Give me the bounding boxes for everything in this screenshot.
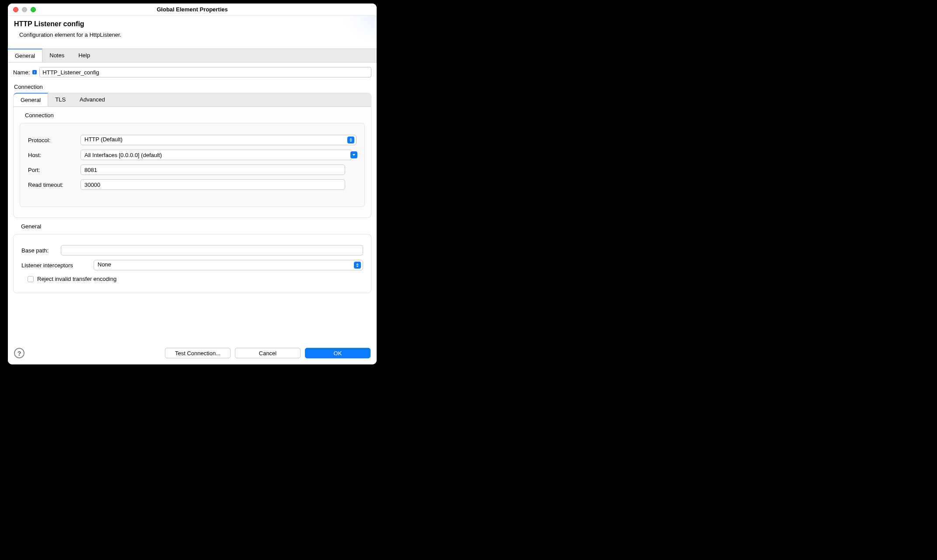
- inner-tab-general[interactable]: General: [14, 93, 48, 106]
- chevron-down-icon[interactable]: [350, 151, 357, 158]
- read-timeout-row: Read timeout:: [28, 179, 357, 190]
- ok-button[interactable]: OK: [305, 348, 371, 358]
- traffic-lights: [13, 7, 36, 12]
- main-content: Name: i Connection General TLS Advanced …: [8, 63, 377, 343]
- main-tabstrip: General Notes Help: [8, 49, 377, 63]
- host-label: Host:: [28, 152, 76, 158]
- close-icon[interactable]: [13, 7, 18, 12]
- protocol-value: HTTP (Default): [84, 136, 122, 143]
- inner-tab-advanced[interactable]: Advanced: [73, 93, 112, 106]
- name-label: Name:: [13, 69, 30, 76]
- info-icon: i: [32, 70, 37, 74]
- connection-section-head: Connection: [14, 84, 371, 90]
- listener-interceptors-label: Listener interceptors: [21, 262, 89, 269]
- host-row: Host:: [28, 150, 357, 160]
- base-path-row: Base path:: [21, 245, 363, 256]
- read-timeout-control: [80, 179, 345, 190]
- host-input[interactable]: [80, 150, 352, 160]
- port-label: Port:: [28, 167, 76, 173]
- reject-invalid-label: Reject invalid transfer encoding: [37, 276, 116, 282]
- general-group: Base path: Listener interceptors None: [13, 234, 371, 293]
- listener-interceptors-control: None: [94, 260, 363, 270]
- titlebar: Global Element Properties: [8, 4, 377, 16]
- tab-notes[interactable]: Notes: [42, 49, 71, 62]
- connection-fieldset-label: Connection: [25, 112, 365, 119]
- inner-tabstrip: General TLS Advanced: [14, 93, 371, 107]
- inner-content: Connection Protocol: HTTP (Default): [14, 107, 371, 217]
- minimize-icon: [22, 7, 27, 12]
- listener-interceptors-select[interactable]: None: [94, 260, 363, 270]
- zoom-icon[interactable]: [31, 7, 36, 12]
- protocol-label: Protocol:: [28, 137, 76, 144]
- name-input[interactable]: [39, 67, 371, 77]
- name-row: Name: i: [13, 67, 371, 77]
- connection-fieldset: Protocol: HTTP (Default) Host:: [20, 123, 365, 207]
- page-title: HTTP Listener config: [14, 20, 371, 28]
- read-timeout-input[interactable]: [80, 179, 345, 190]
- base-path-label: Base path:: [21, 247, 56, 254]
- port-row: Port:: [28, 164, 357, 175]
- base-path-input[interactable]: [61, 245, 363, 256]
- cancel-button[interactable]: Cancel: [235, 348, 301, 358]
- tab-general[interactable]: General: [8, 49, 42, 62]
- chevron-updown-icon: [354, 262, 361, 269]
- connection-group: General TLS Advanced Connection Protocol…: [13, 93, 371, 218]
- listener-interceptors-row: Listener interceptors None: [21, 260, 363, 270]
- help-icon[interactable]: ?: [14, 348, 24, 358]
- read-timeout-label: Read timeout:: [28, 182, 76, 188]
- host-control: [80, 150, 352, 160]
- chevron-updown-icon: [347, 136, 354, 144]
- protocol-select[interactable]: HTTP (Default): [80, 135, 357, 145]
- port-control: [80, 164, 345, 175]
- reject-invalid-row: Reject invalid transfer encoding: [28, 276, 363, 282]
- listener-interceptors-value: None: [98, 261, 111, 268]
- inner-tab-tls[interactable]: TLS: [48, 93, 73, 106]
- dialog-footer: ? Test Connection... Cancel OK: [8, 343, 377, 364]
- decorative-swoosh: [333, 16, 377, 51]
- base-path-control: [61, 245, 363, 256]
- tab-help[interactable]: Help: [71, 49, 97, 62]
- window-title: Global Element Properties: [8, 6, 377, 13]
- svg-text:i: i: [34, 70, 35, 74]
- protocol-row: Protocol: HTTP (Default): [28, 135, 357, 145]
- port-input[interactable]: [80, 164, 345, 175]
- test-connection-button[interactable]: Test Connection...: [165, 348, 231, 358]
- page-description: Configuration element for a HttpListener…: [19, 32, 371, 38]
- header-section: HTTP Listener config Configuration eleme…: [8, 16, 377, 49]
- general-section-head: General: [21, 223, 371, 230]
- protocol-control: HTTP (Default): [80, 135, 357, 145]
- dialog-window: Global Element Properties HTTP Listener …: [8, 4, 377, 364]
- reject-invalid-checkbox[interactable]: [28, 276, 34, 282]
